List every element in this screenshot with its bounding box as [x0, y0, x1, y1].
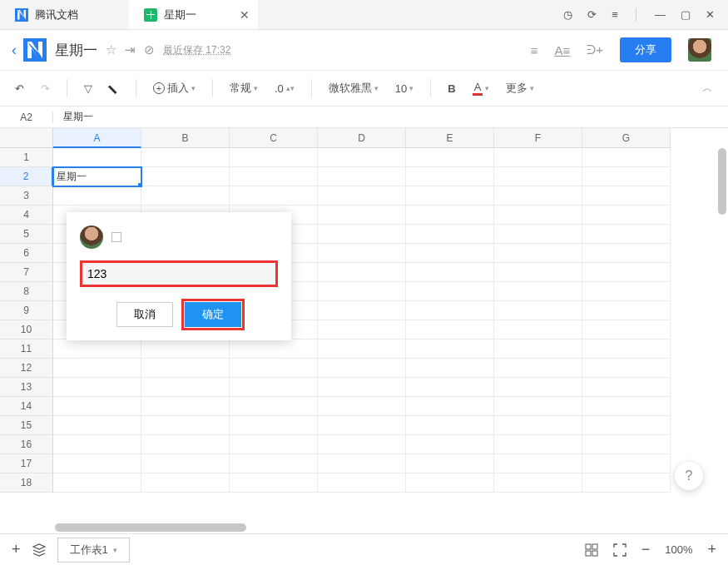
- cell[interactable]: [494, 359, 582, 378]
- cell[interactable]: [230, 359, 318, 378]
- cell[interactable]: [230, 473, 318, 493]
- cell[interactable]: [406, 225, 494, 244]
- cell[interactable]: [318, 454, 406, 473]
- cell[interactable]: [494, 282, 582, 301]
- cell[interactable]: [582, 359, 671, 378]
- row-header[interactable]: 3: [0, 186, 53, 206]
- cell[interactable]: [406, 473, 494, 493]
- cell[interactable]: [53, 378, 141, 397]
- row-header[interactable]: 4: [0, 206, 53, 225]
- cell[interactable]: [406, 206, 494, 225]
- cell[interactable]: [494, 301, 582, 320]
- cell[interactable]: [141, 416, 230, 435]
- cell[interactable]: [230, 454, 318, 473]
- cell[interactable]: [494, 225, 582, 244]
- cell[interactable]: 星期一: [53, 167, 141, 186]
- cell[interactable]: [494, 435, 582, 454]
- cell[interactable]: [582, 263, 671, 282]
- cell[interactable]: [406, 378, 494, 397]
- cell[interactable]: [230, 339, 318, 359]
- sheet-tab-menu-icon[interactable]: ▾: [113, 546, 117, 554]
- cell[interactable]: [406, 397, 494, 416]
- row-header[interactable]: 15: [0, 416, 53, 435]
- row-header[interactable]: 11: [0, 339, 53, 359]
- cell[interactable]: [53, 473, 141, 493]
- column-header[interactable]: E: [406, 128, 494, 148]
- cell[interactable]: [141, 167, 230, 186]
- decimal-menu[interactable]: .0▴▾: [271, 79, 298, 98]
- undo-button[interactable]: ↶: [12, 79, 27, 98]
- cell[interactable]: [141, 473, 230, 493]
- cell[interactable]: [406, 282, 494, 301]
- cell[interactable]: [406, 320, 494, 339]
- cell[interactable]: [53, 359, 141, 378]
- cell[interactable]: [494, 148, 582, 167]
- row-header[interactable]: 12: [0, 359, 53, 378]
- cell[interactable]: [494, 454, 582, 473]
- share-button[interactable]: 分享: [620, 37, 671, 62]
- sheet-list-button[interactable]: [32, 543, 46, 557]
- minimize-icon[interactable]: —: [655, 8, 666, 21]
- bold-button[interactable]: B: [444, 79, 458, 98]
- cell[interactable]: [141, 435, 230, 454]
- cell[interactable]: [494, 320, 582, 339]
- row-header[interactable]: 17: [0, 454, 53, 473]
- column-header[interactable]: F: [494, 128, 582, 148]
- row-header[interactable]: 13: [0, 378, 53, 397]
- cell-reference[interactable]: A2: [0, 112, 53, 123]
- menu-icon[interactable]: ≡: [612, 8, 618, 21]
- zoom-level[interactable]: 100%: [665, 543, 692, 556]
- star-icon[interactable]: ☆: [106, 42, 116, 57]
- home-tab[interactable]: 腾讯文档: [0, 0, 129, 29]
- row-header[interactable]: 8: [0, 282, 53, 301]
- cells-area[interactable]: 星期一: [53, 148, 728, 533]
- cell[interactable]: [318, 186, 406, 206]
- cell[interactable]: [582, 225, 671, 244]
- cell[interactable]: [53, 397, 141, 416]
- cell[interactable]: [494, 397, 582, 416]
- back-icon[interactable]: ‹: [12, 42, 17, 59]
- cell[interactable]: [53, 416, 141, 435]
- cell[interactable]: [582, 435, 671, 454]
- folder-move-icon[interactable]: ⇥: [125, 42, 136, 57]
- cell[interactable]: [406, 339, 494, 359]
- cell[interactable]: [230, 148, 318, 167]
- formula-value[interactable]: 星期一: [53, 110, 93, 124]
- cell[interactable]: [141, 454, 230, 473]
- cell[interactable]: [141, 339, 230, 359]
- cell[interactable]: [318, 301, 406, 320]
- row-header[interactable]: 1: [0, 148, 53, 167]
- cell[interactable]: [406, 167, 494, 186]
- cell[interactable]: [53, 339, 141, 359]
- row-header[interactable]: 6: [0, 244, 53, 263]
- cell[interactable]: [582, 454, 671, 473]
- cell[interactable]: [582, 167, 671, 186]
- sheet-tab[interactable]: 工作表1 ▾: [57, 538, 130, 563]
- cell[interactable]: [53, 454, 141, 473]
- select-all-corner[interactable]: [0, 128, 53, 148]
- row-header[interactable]: 14: [0, 397, 53, 416]
- font-size-menu[interactable]: 10▾: [392, 79, 417, 98]
- column-header[interactable]: A: [53, 128, 141, 148]
- cell[interactable]: [582, 206, 671, 225]
- cell[interactable]: [141, 397, 230, 416]
- redo-button[interactable]: ↷: [37, 79, 53, 98]
- cell[interactable]: [230, 186, 318, 206]
- cell[interactable]: [141, 359, 230, 378]
- cell[interactable]: [582, 416, 671, 435]
- cell[interactable]: [318, 167, 406, 186]
- cell[interactable]: [582, 339, 671, 359]
- cell[interactable]: [141, 148, 230, 167]
- cell[interactable]: [494, 339, 582, 359]
- cell[interactable]: [582, 320, 671, 339]
- cell[interactable]: [582, 301, 671, 320]
- cell[interactable]: [494, 378, 582, 397]
- cell[interactable]: [230, 435, 318, 454]
- cell[interactable]: [494, 473, 582, 493]
- history-icon[interactable]: ◷: [563, 8, 572, 21]
- cell[interactable]: [406, 301, 494, 320]
- row-header[interactable]: 5: [0, 225, 53, 244]
- cell[interactable]: [494, 263, 582, 282]
- column-header[interactable]: C: [230, 128, 318, 148]
- column-header[interactable]: B: [141, 128, 230, 148]
